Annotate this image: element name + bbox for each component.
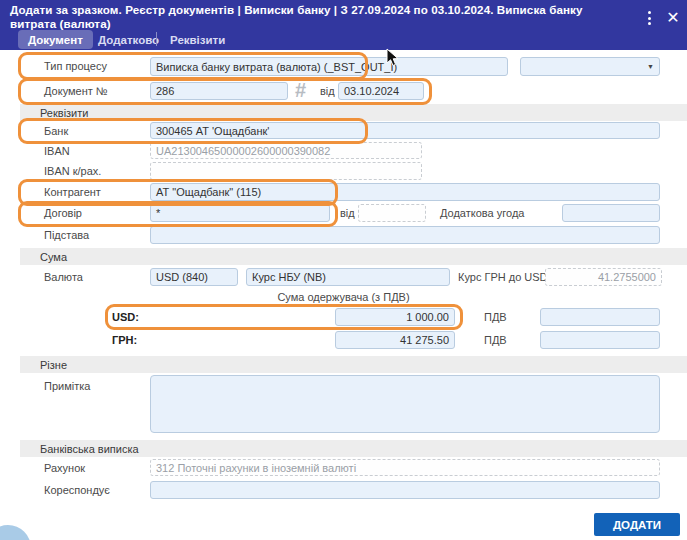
account-field: 312 Поточні рахунки в іноземній валюті — [150, 459, 660, 476]
recipient-sum-header: Сума одержувача (з ПДВ) — [0, 291, 687, 303]
iban-corr-label: IBAN к/рах. — [44, 162, 101, 180]
corresponds-field[interactable] — [150, 481, 660, 499]
section-bank-statement: Банківська виписка — [20, 440, 687, 457]
process-type-label: Тип процесу — [44, 57, 107, 75]
usd-amount-field[interactable]: 1 000.00 — [335, 308, 455, 326]
dialog-titlebar: Додати за зразком. Реєстр документів | В… — [0, 0, 687, 50]
contract-field[interactable]: * — [150, 204, 330, 222]
usd-vat-field[interactable] — [540, 308, 660, 326]
dialog-title: Додати за зразком. Реєстр документів | В… — [10, 3, 628, 31]
note-label: Примітка — [44, 377, 90, 395]
counterparty-label: Контрагент — [44, 183, 101, 201]
section-sum: Сума — [20, 248, 687, 265]
account-label: Рахунок — [44, 459, 85, 477]
bank-field[interactable]: 300465 АТ 'Ощадбанк' — [150, 122, 660, 139]
rate-label: Курс ГРН до USD — [458, 268, 548, 286]
addendum-label: Додаткова угода — [440, 204, 524, 222]
doc-date-label: від — [320, 82, 335, 100]
currency-field[interactable]: USD (840) — [150, 268, 238, 286]
tab-requisites-label: Реквізити — [170, 34, 225, 46]
doc-number-field[interactable]: 286 — [150, 82, 288, 100]
iban-corr-field — [150, 162, 422, 180]
usd-label: USD: — [112, 308, 139, 326]
mouse-cursor — [386, 48, 399, 67]
uah-label: ГРН: — [112, 331, 137, 349]
tab-document-label: Документ — [28, 34, 83, 46]
corresponds-label: Кореспондує — [44, 481, 110, 499]
tab-requisites[interactable]: Реквізити — [160, 30, 235, 49]
iban-field: UA21300465000002600000390082 — [150, 142, 422, 159]
usd-vat-label: ПДВ — [484, 308, 507, 326]
currency-label: Валюта — [44, 268, 83, 286]
iban-label: IBAN — [44, 142, 70, 160]
note-textarea[interactable] — [150, 375, 660, 433]
uah-vat-label: ПДВ — [484, 331, 507, 349]
section-misc: Різне — [20, 356, 687, 373]
doc-date-field[interactable]: 03.10.2024 — [338, 82, 424, 100]
kebab-menu-icon[interactable] — [641, 7, 657, 29]
bank-label: Банк — [44, 122, 68, 140]
tab-additional-label: Додатково — [98, 34, 159, 46]
contract-label: Договір — [44, 204, 82, 222]
close-icon[interactable]: ✕ — [661, 5, 685, 29]
basis-field[interactable] — [150, 226, 660, 244]
rate-type-field[interactable]: Курс НБУ (NB) — [246, 268, 450, 286]
uah-amount-field[interactable]: 41 275.50 — [335, 331, 455, 349]
corner-decoration — [0, 525, 31, 540]
process-type-combobox[interactable]: ▼ — [520, 57, 660, 76]
basis-label: Підстава — [44, 226, 89, 244]
doc-number-label: Документ № — [44, 82, 108, 100]
contract-date-field — [358, 204, 426, 222]
process-type-field[interactable]: Виписка банку витрата (валюта) (_BST_OUT… — [150, 57, 508, 76]
add-button[interactable]: ДОДАТИ — [594, 513, 680, 536]
numbering-hash-icon[interactable]: # — [295, 79, 306, 101]
counterparty-field[interactable]: АТ "Ощадбанк" (115) — [150, 183, 660, 201]
section-requisites: Реквізити — [20, 104, 687, 121]
tab-divider — [156, 32, 157, 46]
uah-vat-field[interactable] — [540, 331, 660, 349]
contract-date-label: від — [340, 204, 355, 222]
chevron-down-icon: ▼ — [647, 63, 654, 70]
tab-document[interactable]: Документ — [18, 30, 93, 49]
addendum-field[interactable] — [562, 204, 660, 222]
rate-field: 41.2755000 — [545, 268, 662, 286]
